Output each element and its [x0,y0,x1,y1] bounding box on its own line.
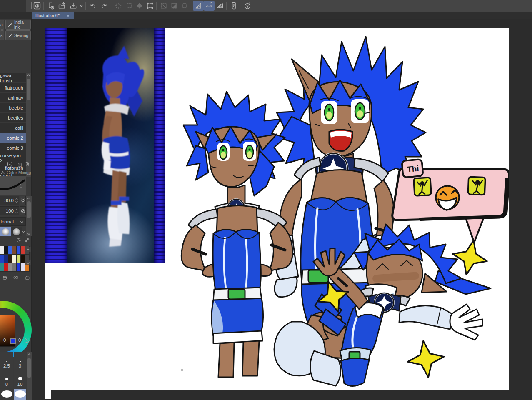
palette-tab-partial-icon[interactable] [0,274,8,281]
brush-size-cell-selected[interactable] [14,389,26,400]
redo-button[interactable] [99,1,110,11]
scroll-down-icon[interactable] [26,231,32,236]
swatch-scroll-up-icon[interactable] [25,247,31,252]
color-swatch[interactable] [8,255,12,262]
color-swatch[interactable] [4,263,8,271]
tip-more-chevron-icon[interactable] [21,229,26,234]
color-swatch[interactable] [21,255,25,262]
reference-image [45,28,165,262]
brush-size-stepper[interactable] [15,196,18,205]
canvas-viewport[interactable]: Thi [32,19,532,400]
size-scrollbar[interactable] [27,352,32,400]
brush-item[interactable]: gawa brush [0,73,26,83]
color-swatch[interactable] [17,263,20,271]
canvas-corner-nub [45,390,51,399]
color-swatch[interactable] [0,246,4,254]
opacity-dynamics-button[interactable] [20,206,26,215]
brush-pen-icon [7,22,13,28]
brush-item[interactable]: beetles [0,113,26,123]
tool-button-india-ink[interactable]: India ink [5,20,31,30]
color-swatch[interactable] [21,263,25,271]
color-swatch[interactable] [4,255,8,262]
tab-illustration6[interactable]: Illustration6* [32,12,74,19]
tab-label: Illustration6* [35,13,60,18]
color-mixing-header[interactable]: Color Mixing [1,169,32,176]
filter-icon [113,1,124,11]
clip-studio-window: Illustration6* a India ink s Sewing gawa… [0,0,532,400]
brush-size-cell[interactable]: 2.5 [0,352,13,370]
color-swatch[interactable] [12,263,16,271]
save-menu-chevron-icon[interactable] [78,1,84,11]
color-swatch[interactable] [12,255,16,262]
brush-item[interactable]: calli [0,123,26,133]
color-swatch[interactable] [21,246,25,254]
undo-button[interactable] [87,1,98,11]
tool-button-partial[interactable]: s [0,30,4,40]
new-canvas-button[interactable] [45,1,56,11]
brush-tip-selected[interactable] [0,227,11,236]
brush-size-cell[interactable]: 8 [0,370,13,388]
brush-size-cell[interactable]: 3 [14,352,26,370]
toolbar-separator [85,2,86,10]
color-swatch[interactable] [8,246,12,254]
color-swatch[interactable] [4,246,8,254]
tool-button-label: India ink [14,20,30,30]
snap-special-ruler-button[interactable] [204,1,215,11]
color-swatch[interactable] [17,255,20,262]
scroll-thumb[interactable] [27,201,31,218]
open-file-button[interactable] [57,1,67,11]
help-button[interactable] [242,1,253,11]
bubble-tag: Thi [402,159,423,178]
mixing-scrollbar[interactable] [26,196,32,236]
toolbar-grip-icon[interactable] [27,2,32,9]
snap-ruler-button[interactable] [193,1,204,11]
color-swatch[interactable] [0,263,4,271]
tool-button-partial[interactable]: a [0,20,4,30]
import-brush-icon[interactable] [6,160,13,168]
snap-frame-icon [179,1,190,11]
cheer-emote-icon [468,177,485,195]
brush-tip[interactable] [11,227,22,236]
palette-tab-mixer-icon[interactable] [11,274,21,281]
blend-mode-dropdown[interactable]: Normal [0,217,26,226]
reset-settings-icon[interactable] [15,236,22,243]
tool-button-label: Sewing [14,33,28,38]
transform-icon[interactable] [145,1,155,11]
brush-item-selected[interactable]: comic 2 [0,133,26,143]
scroll-up-icon[interactable] [26,196,32,201]
brush-item[interactable]: flatrough [0,83,26,93]
palette-tab-set-icon[interactable] [22,274,32,281]
brush-size-cell[interactable]: 10 [14,370,26,388]
brush-size-cell[interactable] [0,389,13,400]
duplicate-brush-icon[interactable] [15,160,22,168]
document-canvas[interactable]: Thi [45,28,509,390]
opacity-stepper[interactable] [15,206,18,215]
size-dynamics-button[interactable] [20,196,26,205]
tool-button-sewing[interactable]: Sewing [5,30,31,40]
color-swatch[interactable] [12,246,16,254]
sparkle-stars [313,237,491,380]
scroll-thumb[interactable] [27,358,31,378]
reference-scene [67,28,154,262]
current-color-chip[interactable] [10,338,16,344]
color-swatch[interactable] [0,255,4,262]
character-large [275,37,426,358]
gradient-icon [134,1,145,11]
swatch-scroll-down-icon[interactable] [25,260,31,265]
color-swatch[interactable] [8,263,12,271]
color-swatch[interactable] [17,246,20,254]
scroll-thumb[interactable] [27,79,30,100]
material-panel-button[interactable] [228,1,239,11]
scroll-up-icon[interactable] [26,73,31,78]
switch-color-icon[interactable] [23,337,30,344]
delete-brush-icon[interactable] [23,160,31,168]
brush-item[interactable]: beeble [0,103,26,113]
speech-bubble: Thi [392,159,509,242]
wrench-settings-icon[interactable] [23,236,30,243]
snap-perspective-button[interactable] [215,1,225,11]
save-button[interactable] [68,1,79,11]
brush-item[interactable]: animay [0,93,26,103]
lock-open-icon[interactable] [18,182,24,188]
brush-item[interactable]: comic 3 [0,143,26,153]
app-logo-icon[interactable] [32,1,42,11]
